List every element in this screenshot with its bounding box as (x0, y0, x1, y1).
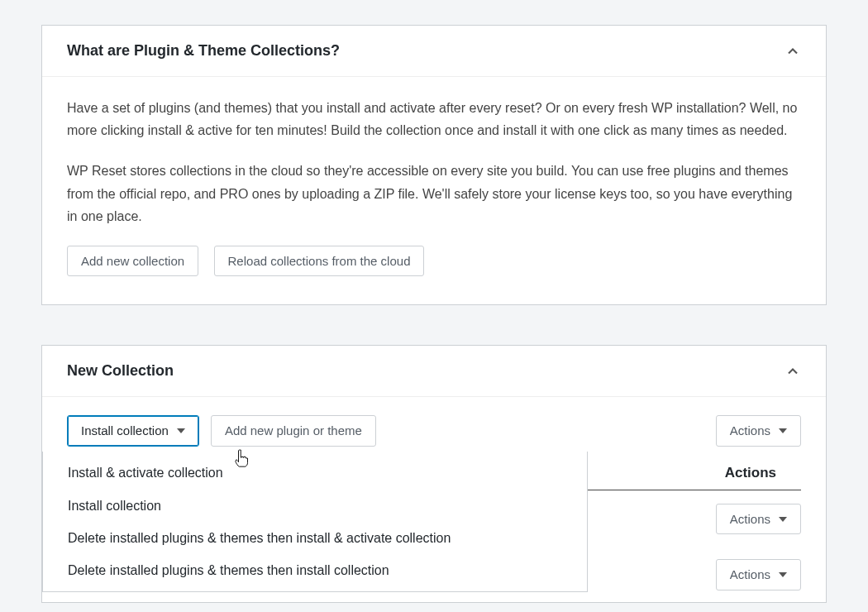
collection-card-header[interactable]: New Collection (42, 346, 826, 397)
collection-card: New Collection Install collection Add ne… (41, 345, 827, 603)
add-collection-button[interactable]: Add new collection (67, 246, 198, 277)
intro-paragraph-1: Have a set of plugins (and themes) that … (67, 97, 801, 141)
caret-down-icon (779, 517, 787, 522)
install-collection-button[interactable]: Install collection (67, 415, 199, 447)
caret-down-icon (779, 428, 787, 433)
collection-title: New Collection (67, 362, 174, 380)
menu-install-activate[interactable]: Install & activate collection (43, 457, 587, 489)
chevron-up-icon (785, 43, 801, 60)
intro-paragraph-2: WP Reset stores collections in the cloud… (67, 160, 801, 227)
menu-delete-install-activate[interactable]: Delete installed plugins & themes then i… (43, 522, 587, 554)
menu-delete-install[interactable]: Delete installed plugins & themes then i… (43, 554, 587, 586)
row-actions-label: Actions (730, 511, 770, 528)
intro-card-header[interactable]: What are Plugin & Theme Collections? (42, 26, 826, 77)
collection-actions-label: Actions (730, 423, 770, 439)
collection-body: Install collection Add new plugin or the… (42, 397, 826, 602)
add-plugin-theme-button[interactable]: Add new plugin or theme (211, 415, 376, 447)
intro-card: What are Plugin & Theme Collections? Hav… (41, 25, 827, 305)
reload-collections-button[interactable]: Reload collections from the cloud (214, 246, 425, 277)
row-actions-button[interactable]: Actions (716, 559, 801, 590)
collection-actions-button[interactable]: Actions (716, 415, 801, 447)
row-actions-button[interactable]: Actions (716, 504, 801, 535)
chevron-up-icon (785, 363, 801, 380)
intro-title: What are Plugin & Theme Collections? (67, 42, 340, 60)
install-collection-dropdown: Install & activate collection Install co… (42, 452, 588, 592)
caret-down-icon (779, 572, 787, 577)
intro-body: Have a set of plugins (and themes) that … (42, 77, 826, 304)
row-actions-label: Actions (730, 567, 770, 583)
caret-down-icon (177, 428, 185, 433)
menu-install[interactable]: Install collection (43, 490, 587, 522)
collection-toolbar: Install collection Add new plugin or the… (42, 397, 826, 455)
install-collection-label: Install collection (81, 423, 169, 439)
